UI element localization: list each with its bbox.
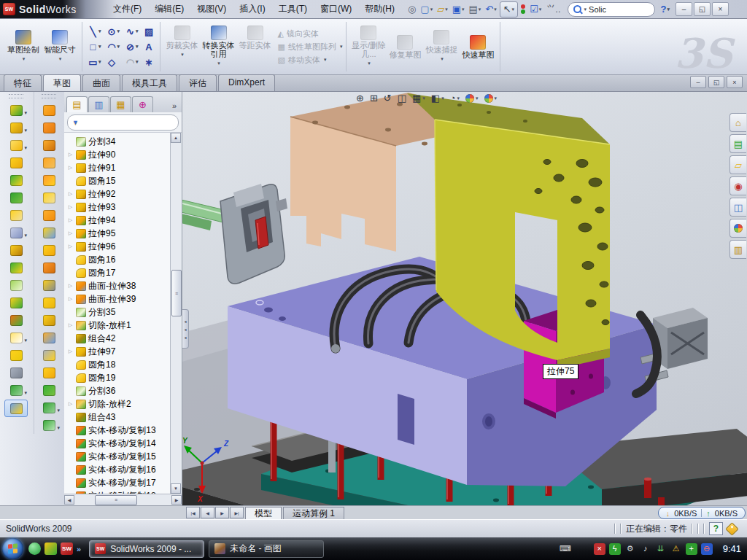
feature-tool-icon[interactable] xyxy=(5,155,27,171)
feature-tool-icon[interactable] xyxy=(38,172,60,188)
expand-arrow-icon[interactable]: ▷ xyxy=(67,152,74,158)
feature-tool-icon[interactable] xyxy=(38,207,60,223)
display-style-icon[interactable]: ◧▾ xyxy=(431,93,444,104)
tree-item[interactable]: ▷拉伸94 xyxy=(66,214,170,227)
feature-tool-icon[interactable] xyxy=(38,295,60,311)
last-button[interactable]: ▶| xyxy=(230,507,244,518)
next-button[interactable]: ▶ xyxy=(215,507,229,518)
home-icon[interactable]: ⌂ xyxy=(729,113,746,132)
tree-item[interactable]: 圆角18 xyxy=(66,358,170,371)
app-launcher-icon[interactable] xyxy=(44,542,57,555)
tree-item[interactable]: 圆角16 xyxy=(66,253,170,266)
tree-item[interactable]: 实体-移动/复制17 xyxy=(66,476,170,489)
feature-tool-icon[interactable] xyxy=(38,365,60,381)
file-explorer-icon[interactable]: ▱ xyxy=(729,155,746,174)
feature-tool-icon[interactable] xyxy=(38,102,60,118)
print-icon[interactable]: ▤▾ xyxy=(467,2,482,17)
feature-tool-icon[interactable] xyxy=(5,312,27,328)
menu-item[interactable]: 视图(V) xyxy=(190,0,233,18)
model-tab[interactable]: 运动算例 1 xyxy=(283,507,344,519)
tree-item[interactable]: 实体-移动/复制15 xyxy=(66,450,170,463)
volume-icon[interactable]: ♪ xyxy=(640,543,651,555)
tree-item[interactable]: ▷拉伸92 xyxy=(66,187,170,201)
network-warning-icon[interactable]: ⚠ xyxy=(670,543,682,555)
quick-snaps-button[interactable]: 快速捕捉▾ xyxy=(423,29,460,64)
feature-tool-icon[interactable]: ▾ xyxy=(5,120,27,136)
feature-manager-tab[interactable]: ▤ xyxy=(66,96,88,112)
doc-minimize-button[interactable]: – xyxy=(690,76,706,88)
feature-tool-icon[interactable] xyxy=(38,137,60,153)
options-icon[interactable]: ☑▾ xyxy=(528,2,543,17)
expand-arrow-icon[interactable]: ▷ xyxy=(67,244,74,249)
tab-特征[interactable]: 特征 xyxy=(4,74,42,91)
graphics-viewport[interactable]: Y Z X ⊕⊞↺◫▦▾◧▾◔▾▾▾ ⌂▤▱◉◫▥ 拉伸75 xyxy=(182,92,747,505)
feature-tool-icon[interactable]: ▾ xyxy=(5,382,27,398)
tree-item[interactable]: 分割36 xyxy=(66,384,170,397)
expand-arrow-icon[interactable]: ▷ xyxy=(67,230,74,236)
feature-tool-icon[interactable] xyxy=(38,242,60,258)
tree-item[interactable]: 组合42 xyxy=(66,332,170,345)
menu-item[interactable]: 工具(T) xyxy=(272,0,314,18)
feature-tool-icon[interactable] xyxy=(5,347,27,363)
zoom-fit-icon[interactable]: ⊕ xyxy=(356,93,364,104)
feature-tool-icon[interactable]: ▾ xyxy=(5,225,27,241)
expand-arrow-icon[interactable]: ▷ xyxy=(67,217,74,223)
keyboard-layout-icon[interactable]: ⌨ xyxy=(560,543,571,555)
tree-item[interactable]: 圆角15 xyxy=(66,174,170,187)
tree-item[interactable]: 分割34 xyxy=(66,135,170,148)
tab-曲面[interactable]: 曲面 xyxy=(82,74,120,91)
convert-entities-button[interactable]: 转换实体引用▾ xyxy=(201,25,237,69)
defender-icon[interactable]: + xyxy=(686,543,697,555)
feature-tool-icon[interactable] xyxy=(5,277,27,293)
toolbox-icon[interactable]: ◉ xyxy=(729,176,746,195)
feature-tool-icon[interactable] xyxy=(5,242,27,258)
custom-properties-icon[interactable]: ▥ xyxy=(729,240,746,259)
rectangle-tool[interactable]: □▾ xyxy=(86,42,104,52)
smart-dimension-button[interactable]: 智能尺寸▾ xyxy=(42,29,78,64)
feature-tool-icon[interactable]: ▾ xyxy=(5,330,27,346)
start-button[interactable] xyxy=(2,538,23,559)
tree-item[interactable]: ▷拉伸91 xyxy=(66,161,170,174)
tree-item[interactable]: ▷拉伸95 xyxy=(66,227,170,240)
3d-model-scene[interactable]: Y Z X xyxy=(182,92,747,505)
settings-gear-icon[interactable]: ⚙ xyxy=(624,543,636,555)
tree-item[interactable]: ▷曲面-拉伸39 xyxy=(66,292,170,306)
menu-item[interactable]: 帮助(H) xyxy=(358,0,401,18)
feature-tool-icon[interactable] xyxy=(38,330,60,346)
feature-tool-icon[interactable]: ▾ xyxy=(5,137,27,153)
scroll-right-icon[interactable]: ▶ xyxy=(171,495,182,505)
tree-item[interactable]: 分割35 xyxy=(66,306,170,319)
feature-tool-icon[interactable] xyxy=(5,172,27,188)
tree-item[interactable]: ▷拉伸97 xyxy=(66,345,170,358)
doc-restore-button[interactable]: ◱ xyxy=(708,76,724,88)
text-tool[interactable]: A xyxy=(142,42,156,52)
save-icon[interactable]: ▣▾ xyxy=(451,2,466,17)
zoom-area-icon[interactable]: ⊞ xyxy=(370,93,378,104)
tree-item[interactable]: 圆角17 xyxy=(66,266,170,279)
pin-icon[interactable]: ◎ xyxy=(406,2,417,17)
tree-filter-box[interactable]: ▼ xyxy=(67,114,179,131)
expand-arrow-icon[interactable]: ▷ xyxy=(67,191,74,197)
feature-tool-icon[interactable] xyxy=(5,207,27,223)
configuration-manager-tab[interactable]: ▦ xyxy=(110,96,131,112)
expand-arrow-icon[interactable]: ▷ xyxy=(67,349,74,354)
arc-tool[interactable]: ◠▾ xyxy=(105,42,123,52)
feature-tool-icon[interactable] xyxy=(38,120,60,136)
tab-草图[interactable]: 草图 xyxy=(43,74,81,91)
search-box[interactable]: ▾ Solic xyxy=(568,2,655,17)
display-delete-relations-button[interactable]: 显示/删除几...▾ xyxy=(350,25,387,69)
overflow-icon[interactable]: ⺍.. xyxy=(544,2,562,17)
scroll-thumb[interactable]: ≡ xyxy=(171,270,182,316)
restore-button[interactable]: ◱ xyxy=(694,2,711,16)
feature-tool-icon[interactable] xyxy=(38,277,60,293)
hscroll-thumb[interactable]: ≡ xyxy=(95,495,137,505)
hide-show-items-icon[interactable]: ◔▾ xyxy=(450,93,460,104)
view-palette-icon[interactable]: ◫ xyxy=(729,198,746,217)
quick-tips-icon[interactable]: ? xyxy=(709,522,723,535)
update-icon[interactable]: ⊖ xyxy=(701,543,713,555)
expand-arrow-icon[interactable]: ▷ xyxy=(67,165,74,171)
feature-tool-icon[interactable] xyxy=(38,190,60,206)
help-button[interactable]: ?▾ xyxy=(661,4,670,15)
feature-tool-icon[interactable]: ▾ xyxy=(5,102,27,118)
tree-vertical-scrollbar[interactable]: ▲ ≡ ▼ xyxy=(170,133,182,494)
